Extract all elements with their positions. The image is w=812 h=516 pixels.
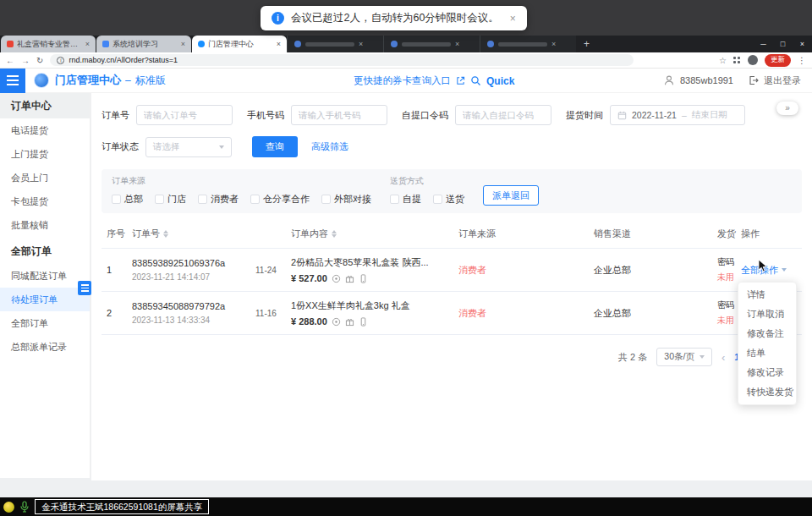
- checkbox-icon: [433, 195, 442, 204]
- sidebar-item-city-delivery-orders[interactable]: 同城配送订单: [0, 264, 90, 288]
- sidebar-item-hq-dispatch-records[interactable]: 总部派单记录: [0, 335, 90, 359]
- extensions-icon[interactable]: [733, 57, 741, 64]
- sidebar-item-door-pickup[interactable]: 上门提货: [0, 142, 90, 166]
- sidebar-item-card-pickup[interactable]: 卡包提货: [0, 189, 90, 213]
- menu-item-edit-note[interactable]: 修改备注: [738, 324, 796, 343]
- window-maximize-button[interactable]: □: [773, 36, 793, 52]
- logout-button[interactable]: 退出登录: [764, 74, 801, 87]
- phone-icon[interactable]: [359, 274, 368, 283]
- window-minimize-button[interactable]: ─: [754, 36, 773, 52]
- order-status-select[interactable]: 请选择: [145, 137, 232, 157]
- menu-item-settle[interactable]: 结单: [738, 343, 796, 363]
- checkbox-source-hq[interactable]: 总部: [112, 193, 143, 206]
- drawer-collapse-button[interactable]: »: [776, 102, 798, 115]
- browser-tab-giftbox[interactable]: 礼盒营销专业管理中心 ×: [1, 36, 96, 52]
- advanced-filter-link[interactable]: 高级筛选: [311, 140, 348, 153]
- browser-tab-training[interactable]: 系统培训学习 ×: [96, 36, 191, 52]
- sidebar-item-batch-verify[interactable]: 批量核销: [0, 213, 90, 237]
- ship-line2: 未用: [717, 315, 736, 327]
- badge-icon[interactable]: [332, 317, 341, 327]
- browser-tab-unreadable[interactable]: ×: [480, 36, 576, 52]
- phone-icon[interactable]: [359, 317, 368, 327]
- tab-close-icon[interactable]: ×: [359, 40, 363, 48]
- browser-tab-store-active[interactable]: 门店管理中心 ×: [192, 36, 287, 52]
- phone-label: 手机号码: [247, 109, 284, 122]
- window-close-button[interactable]: ×: [793, 36, 812, 52]
- reload-icon[interactable]: ↻: [36, 52, 43, 69]
- tab-close-icon[interactable]: ×: [181, 40, 185, 48]
- badge-icon[interactable]: [332, 274, 341, 283]
- site-info-icon[interactable]: i: [57, 57, 64, 64]
- mouse-cursor: [758, 260, 770, 273]
- header-quick-area: 更快捷的券卡查询入口 Quick: [354, 69, 514, 93]
- pickup-date-range-picker[interactable]: 2022-11-21 – 结束日期: [610, 105, 745, 125]
- tab-favicon: [198, 41, 205, 47]
- ship-line1: 密码: [717, 299, 736, 311]
- menu-item-detail[interactable]: 详情: [738, 285, 796, 305]
- checkbox-delivery-selfpickup[interactable]: 自提: [390, 193, 421, 206]
- menu-item-cancel-order[interactable]: 订单取消: [738, 305, 796, 324]
- col-index: 序号: [102, 228, 127, 240]
- browser-tab-unreadable[interactable]: ×: [287, 36, 383, 52]
- gift-icon[interactable]: [345, 274, 354, 283]
- row-index: 1: [102, 265, 127, 275]
- checkbox-source-consumer[interactable]: 消费者: [198, 193, 239, 206]
- quick-search-link[interactable]: Quick: [486, 75, 514, 87]
- sidebar-item-pending-orders[interactable]: 待处理订单: [0, 288, 90, 311]
- sidebar-toggle-button[interactable]: [0, 69, 25, 93]
- chevron-down-icon: [782, 268, 787, 272]
- date-start-value[interactable]: 2022-11-21: [632, 110, 677, 120]
- col-order-no[interactable]: 订单号: [127, 228, 250, 240]
- toast-close-icon[interactable]: ×: [510, 13, 516, 25]
- order-source-badge: 消费者: [453, 307, 589, 320]
- order-no: 83859389251069376a: [132, 258, 250, 268]
- sidebar-collapse-handle[interactable]: [78, 281, 91, 295]
- search-button[interactable]: 查询: [252, 136, 298, 157]
- tab-close-icon[interactable]: ×: [455, 40, 459, 48]
- order-content: 1份XX生鲜羊肉礼盒3kg 礼盒: [291, 299, 453, 312]
- checkbox-source-warehouse-share[interactable]: 仓分享合作: [250, 193, 310, 206]
- url-bar[interactable]: i rnd.maboy.cn/AllOrder?status=1: [50, 54, 634, 66]
- sidebar-item-member-visit[interactable]: 会员上门: [0, 166, 90, 189]
- tab-favicon: [487, 41, 494, 47]
- back-icon[interactable]: ←: [6, 52, 14, 69]
- tab-close-icon[interactable]: ×: [277, 40, 281, 48]
- tab-close-icon[interactable]: ×: [85, 40, 90, 48]
- order-source-badge: 消费者: [453, 264, 589, 277]
- search-icon[interactable]: [470, 75, 481, 86]
- sidebar-item-phone-pickup[interactable]: 电话提货: [0, 118, 90, 142]
- bookmark-star-icon[interactable]: ☆: [719, 56, 727, 65]
- prev-page-button[interactable]: ‹: [721, 351, 725, 364]
- forward-icon[interactable]: →: [21, 52, 30, 69]
- coupon-query-entry-link[interactable]: 更快捷的券卡查询入口: [354, 74, 451, 87]
- menu-item-express-ship[interactable]: 转快递发货: [738, 382, 796, 402]
- col-content[interactable]: 订单内容: [286, 228, 453, 240]
- date-end-placeholder[interactable]: 结束日期: [692, 109, 727, 121]
- sidebar-section-all-orders[interactable]: 全部订单: [0, 239, 90, 264]
- checkbox-source-store[interactable]: 门店: [155, 193, 186, 206]
- share-app-icon: [3, 502, 14, 513]
- sidebar-section-order-center[interactable]: 订单中心: [0, 93, 90, 118]
- dispatch-return-button[interactable]: 派单退回: [483, 185, 539, 206]
- checkbox-source-external[interactable]: 外部对接: [321, 193, 371, 206]
- username-label[interactable]: 8385wb1991: [680, 75, 733, 85]
- phone-input[interactable]: [291, 105, 387, 125]
- sort-icon[interactable]: [332, 230, 337, 239]
- sort-icon[interactable]: [163, 230, 168, 239]
- sidebar-item-all-orders[interactable]: 全部订单: [0, 311, 90, 335]
- page-size-select[interactable]: 30条/页: [656, 348, 712, 366]
- order-no-input[interactable]: [136, 105, 233, 125]
- pickup-code-input[interactable]: [455, 105, 551, 125]
- browser-profile-avatar[interactable]: [748, 55, 758, 65]
- url-text: rnd.maboy.cn/AllOrder?status=1: [69, 56, 178, 64]
- ship-line1: 密码: [717, 256, 736, 268]
- window-controls: ─ □ ×: [754, 36, 812, 52]
- browser-update-button[interactable]: 更新: [765, 54, 791, 67]
- checkbox-delivery-deliver[interactable]: 送货: [433, 193, 464, 206]
- gift-icon[interactable]: [345, 317, 354, 327]
- new-tab-button[interactable]: +: [576, 36, 597, 52]
- browser-tab-unreadable[interactable]: ×: [383, 36, 480, 52]
- tab-close-icon[interactable]: ×: [551, 40, 556, 48]
- menu-item-edit-history[interactable]: 修改记录: [738, 363, 796, 382]
- browser-menu-icon[interactable]: ⋮: [798, 56, 806, 65]
